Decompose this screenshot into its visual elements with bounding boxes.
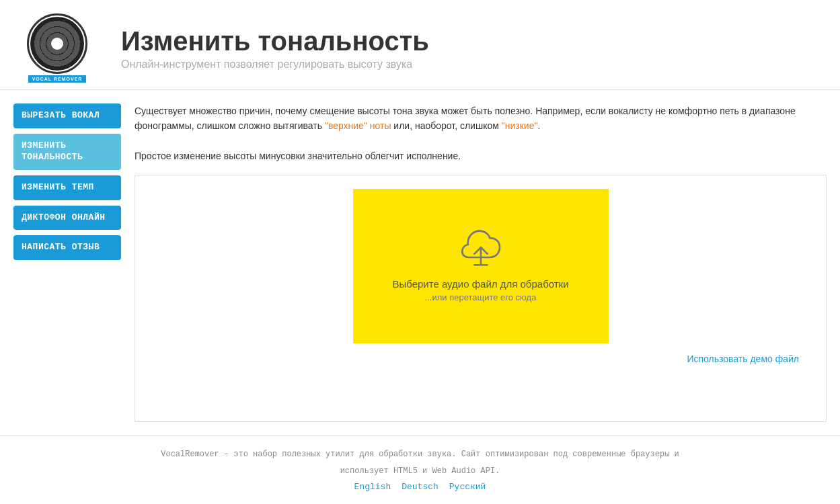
logo-icon bbox=[27, 13, 87, 74]
sidebar-item-dictaphone[interactable]: Диктофон онлайн bbox=[13, 206, 121, 230]
upload-sub-text: ...или перетащите его сюда bbox=[425, 292, 537, 302]
footer: VocalRemover – это набор полезных утилит… bbox=[0, 435, 840, 504]
description-para2: Простое изменение высоты минусовки значи… bbox=[135, 149, 813, 163]
content-area: Вырезать вокал Изменить тональность Изме… bbox=[0, 90, 840, 435]
link-high-notes[interactable]: "верхние" ноты bbox=[325, 120, 391, 131]
vinyl-icon bbox=[30, 17, 84, 71]
sidebar-item-write-review[interactable]: Написать отзыв bbox=[13, 235, 121, 260]
sidebar: Вырезать вокал Изменить тональность Изме… bbox=[13, 103, 121, 422]
header-text: Изменить тональность Онлайн-инструмент п… bbox=[121, 26, 429, 71]
upload-zone[interactable]: Выберите аудио файл для обработки ...или… bbox=[353, 189, 609, 343]
footer-text-line2: использует HTML5 и Web Audio API. bbox=[13, 465, 827, 478]
upload-cloud-icon bbox=[457, 230, 504, 270]
demo-link-row: Использовать демо файл bbox=[149, 353, 812, 365]
main-content: Существует множество причин, почему смещ… bbox=[135, 103, 827, 422]
main-container: VOCAL REMOVER Изменить тональность Онлай… bbox=[0, 0, 840, 504]
description: Существует множество причин, почему смещ… bbox=[135, 103, 827, 164]
page-subtitle: Онлайн-инструмент позволяет регулировать… bbox=[121, 58, 429, 71]
footer-text-line1: VocalRemover – это набор полезных утилит… bbox=[13, 448, 827, 461]
sidebar-item-cut-vocal[interactable]: Вырезать вокал bbox=[13, 103, 121, 128]
lang-english-link[interactable]: English bbox=[354, 482, 391, 492]
logo-text: VOCAL REMOVER bbox=[28, 75, 87, 83]
page-title: Изменить тональность bbox=[121, 26, 429, 56]
header: VOCAL REMOVER Изменить тональность Онлай… bbox=[0, 0, 840, 90]
lang-deutsch-link[interactable]: Deutsch bbox=[402, 482, 438, 492]
upload-section: Выберите аудио файл для обработки ...или… bbox=[135, 175, 827, 422]
demo-file-link[interactable]: Использовать демо файл bbox=[687, 353, 799, 364]
sidebar-item-change-pitch[interactable]: Изменить тональность bbox=[13, 134, 121, 170]
link-low-notes[interactable]: "низкие" bbox=[502, 120, 538, 131]
sidebar-item-change-tempo[interactable]: Изменить темп bbox=[13, 175, 121, 200]
upload-wrapper: Выберите аудио файл для обработки ...или… bbox=[149, 189, 812, 343]
logo-area: VOCAL REMOVER bbox=[13, 13, 101, 83]
description-para1: Существует множество причин, почему смещ… bbox=[135, 103, 813, 134]
footer-links: English Deutsch Русский bbox=[13, 482, 827, 492]
lang-russian-link[interactable]: Русский bbox=[449, 482, 486, 492]
upload-main-text: Выберите аудио файл для обработки bbox=[392, 278, 568, 290]
